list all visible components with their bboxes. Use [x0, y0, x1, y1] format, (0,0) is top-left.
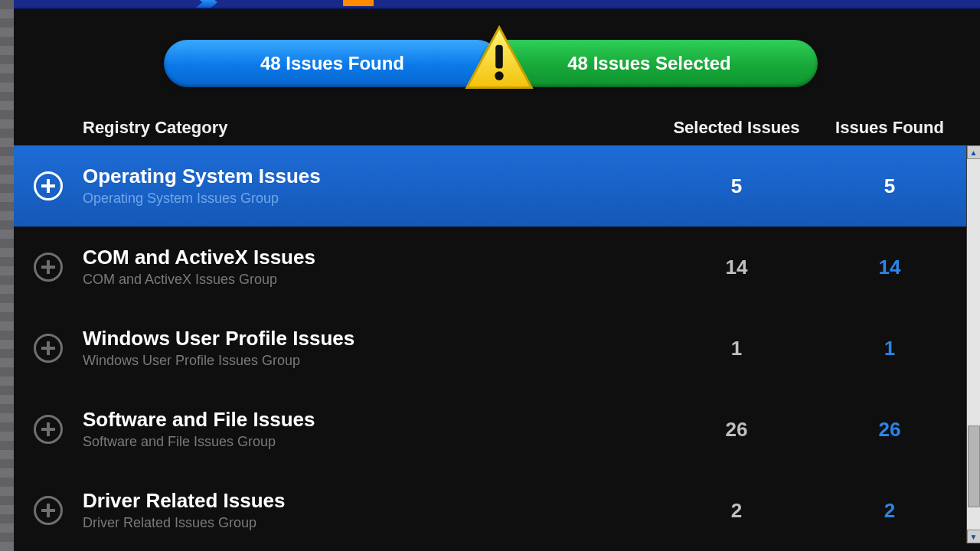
scroll-down-button[interactable]: ▼	[967, 530, 981, 543]
found-count: 5	[813, 174, 966, 198]
background-desktop-strip	[0, 0, 14, 551]
scrollbar-track[interactable]	[967, 159, 980, 530]
app-window: 48 Issues Found 48 Issues Selected Regis…	[14, 0, 980, 551]
expand-icon[interactable]	[34, 253, 63, 282]
col-selected: Selected Issues	[660, 118, 813, 138]
table-row[interactable]: Software and File IssuesSoftware and Fil…	[14, 389, 966, 470]
vertical-scrollbar[interactable]: ▲ ▼	[966, 145, 980, 543]
issues-selected-pill[interactable]: 48 Issues Selected	[481, 40, 818, 87]
table-row[interactable]: Driver Related IssuesDriver Related Issu…	[14, 470, 966, 543]
category-subtitle: Windows User Profile Issues Group	[83, 353, 660, 369]
summary-row: 48 Issues Found 48 Issues Selected	[14, 9, 980, 109]
category-title: Software and File Issues	[83, 409, 660, 432]
active-tab-indicator	[343, 0, 374, 6]
table-row[interactable]: Operating System IssuesOperating System …	[14, 145, 966, 227]
logo-arrow-icon	[196, 0, 217, 8]
category-title: Operating System Issues	[83, 165, 660, 188]
selected-count: 26	[660, 418, 813, 442]
expand-icon[interactable]	[34, 496, 63, 525]
expand-icon[interactable]	[34, 334, 63, 363]
issues-found-label: 48 Issues Found	[260, 53, 404, 74]
found-count: 14	[813, 256, 966, 279]
col-found: Issues Found	[813, 118, 966, 138]
selected-count: 5	[660, 174, 813, 198]
category-subtitle: COM and ActiveX Issues Group	[83, 272, 660, 288]
list-viewport: Operating System IssuesOperating System …	[14, 145, 980, 543]
category-title: COM and ActiveX Issues	[83, 246, 660, 269]
selected-count: 2	[660, 499, 813, 523]
category-subtitle: Operating System Issues Group	[83, 191, 660, 207]
found-count: 2	[813, 499, 966, 523]
table-header-row: Registry Category Selected Issues Issues…	[14, 109, 980, 145]
category-title: Windows User Profile Issues	[83, 328, 660, 350]
expand-icon[interactable]	[34, 171, 63, 201]
scrollbar-thumb[interactable]	[968, 425, 980, 507]
category-title: Driver Related Issues	[83, 490, 660, 513]
selected-count: 1	[660, 337, 813, 360]
scroll-up-button[interactable]: ▲	[967, 145, 981, 159]
expand-icon[interactable]	[34, 415, 63, 444]
issues-found-pill[interactable]: 48 Issues Found	[164, 40, 501, 87]
found-count: 1	[813, 337, 966, 360]
category-subtitle: Driver Related Issues Group	[83, 515, 660, 531]
category-list: Operating System IssuesOperating System …	[14, 145, 966, 543]
selected-count: 14	[660, 256, 813, 279]
table-row[interactable]: Windows User Profile IssuesWindows User …	[14, 308, 966, 389]
header-bar	[14, 0, 980, 9]
issues-selected-label: 48 Issues Selected	[567, 53, 730, 74]
found-count: 26	[813, 418, 966, 442]
category-subtitle: Software and File Issues Group	[83, 434, 660, 450]
col-category: Registry Category	[83, 118, 660, 138]
table-row[interactable]: COM and ActiveX IssuesCOM and ActiveX Is…	[14, 227, 966, 308]
